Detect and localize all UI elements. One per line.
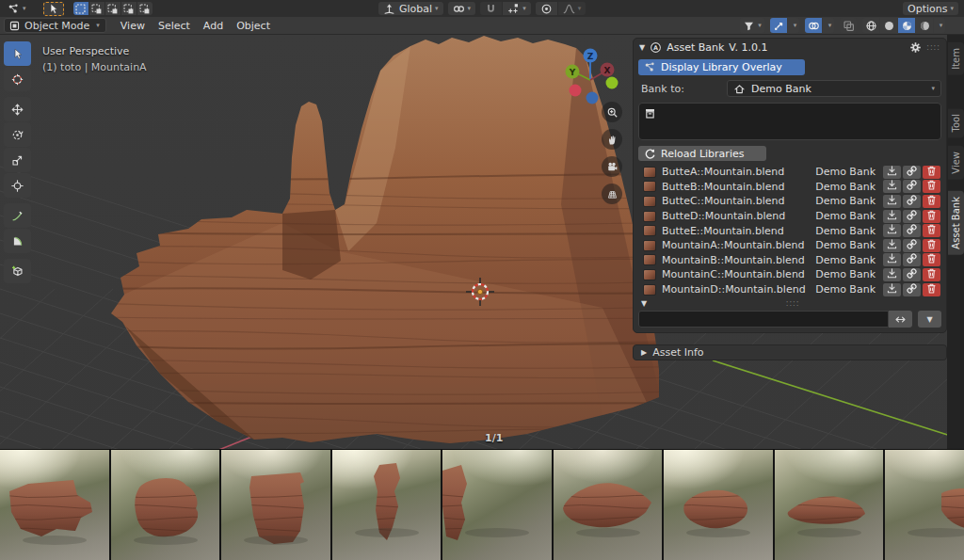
pivot-point-dropdown[interactable]: ▾ [448, 2, 476, 15]
snap-target-dropdown[interactable]: ▾ [503, 2, 531, 15]
select-box-tool-button[interactable] [4, 41, 31, 66]
asset-row[interactable]: ButteE::Mountain.blendDemo Bank [635, 223, 944, 238]
asset-thumbnail-tile[interactable] [221, 450, 330, 560]
annotate-tool-button[interactable] [4, 203, 31, 228]
import-asset-button[interactable] [883, 239, 901, 252]
delete-asset-button[interactable] [923, 268, 940, 281]
viewport-pan-button[interactable] [602, 129, 622, 150]
show-gizmo-button[interactable] [770, 18, 787, 33]
asset-row[interactable]: ButteD::Mountain.blendDemo Bank [635, 209, 944, 224]
shading-wireframe-button[interactable] [862, 18, 879, 33]
asset-search-input[interactable] [638, 311, 889, 328]
import-asset-button[interactable] [883, 253, 901, 266]
asset-row[interactable]: MountainA::Mountain.blendDemo Bank [635, 238, 944, 253]
navigation-gizmo[interactable]: Z Y X [560, 42, 622, 104]
asset-thumbnail-tile[interactable] [554, 450, 663, 560]
link-asset-button[interactable] [903, 195, 921, 208]
cursor-tool-button[interactable] [4, 67, 31, 91]
link-asset-button[interactable] [903, 283, 921, 296]
sidebar-tab-asset-bank[interactable]: Asset Bank [948, 191, 964, 255]
link-asset-button[interactable] [903, 166, 921, 179]
proportional-editing-button[interactable] [536, 2, 557, 15]
active-tool-button[interactable] [43, 2, 64, 16]
move-tool-button[interactable] [4, 97, 31, 121]
options-dropdown[interactable]: Options ▾ [903, 2, 958, 15]
delete-asset-button[interactable] [923, 180, 940, 193]
add-cube-tool-button[interactable] [4, 259, 31, 283]
list-grip-handle[interactable]: :::: [786, 299, 800, 308]
asset-thumbnail-tile[interactable] [442, 450, 552, 560]
link-asset-button[interactable] [903, 210, 921, 223]
import-asset-button[interactable] [883, 195, 901, 208]
link-asset-button[interactable] [903, 239, 921, 252]
sidebar-tab-tool[interactable]: Tool [948, 108, 964, 137]
panel-grip-handle[interactable]: :::: [926, 43, 940, 52]
viewport-camera-button[interactable] [602, 156, 622, 177]
show-overlays-button[interactable] [805, 18, 822, 33]
bank-select-dropdown[interactable]: Demo Bank ▾ [727, 80, 941, 97]
delete-asset-button[interactable] [923, 166, 940, 179]
filter-collapse-icon[interactable]: ▼ [641, 299, 647, 308]
menu-object[interactable]: Object [230, 18, 277, 34]
asset-thumbnail-tile[interactable] [664, 450, 773, 560]
import-asset-button[interactable] [883, 224, 901, 237]
viewport-3d[interactable]: User Perspective (1) toto | MountainA Z … [0, 35, 964, 449]
transform-tool-button[interactable] [4, 173, 31, 198]
reload-libraries-button[interactable]: Reload Libraries [638, 146, 766, 161]
select-mode-intersect-button[interactable] [137, 2, 153, 15]
delete-asset-button[interactable] [923, 253, 940, 266]
viewport-perspective-button[interactable] [602, 184, 622, 204]
shading-material-button[interactable] [898, 18, 915, 33]
link-asset-button[interactable] [903, 268, 921, 281]
menu-select[interactable]: Select [152, 18, 197, 34]
gizmo-options-dropdown[interactable]: ▾ [788, 18, 799, 33]
asset-row[interactable]: MountainB::Mountain.blendDemo Bank [635, 253, 944, 268]
select-mode-set-button[interactable] [73, 2, 88, 15]
asset-thumbnail-tile[interactable] [775, 450, 884, 560]
delete-asset-button[interactable] [923, 239, 940, 252]
asset-row[interactable]: ButteB::Mountain.blendDemo Bank [635, 180, 944, 195]
link-asset-button[interactable] [903, 253, 921, 266]
select-mode-extend-button[interactable] [89, 2, 104, 15]
scale-tool-button[interactable] [4, 148, 31, 172]
select-mode-invert-button[interactable] [121, 2, 137, 15]
import-asset-button[interactable] [883, 283, 901, 296]
import-asset-button[interactable] [883, 166, 901, 179]
measure-tool-button[interactable] [4, 229, 31, 253]
display-library-overlay-button[interactable]: Display Library Overlay [638, 59, 805, 75]
shading-solid-button[interactable] [880, 18, 897, 33]
gear-icon[interactable] [909, 41, 922, 54]
asset-thumbnail-tile[interactable] [885, 450, 964, 560]
delete-asset-button[interactable] [923, 224, 940, 237]
filter-invert-button[interactable] [889, 311, 912, 328]
shading-rendered-button[interactable] [916, 18, 933, 33]
collapse-triangle-icon[interactable]: ▼ [639, 43, 645, 52]
asset-row[interactable]: ButteA::Mountain.blendDemo Bank [635, 165, 944, 180]
rotate-tool-button[interactable] [4, 122, 31, 147]
select-mode-subtract-button[interactable] [105, 2, 120, 15]
menu-add[interactable]: Add [197, 18, 230, 34]
mode-select-dropdown[interactable]: Object Mode ▾ [4, 18, 106, 33]
asset-info-panel-header[interactable]: ▶ Asset Info [633, 344, 947, 360]
import-asset-button[interactable] [883, 180, 901, 193]
delete-asset-button[interactable] [923, 195, 940, 208]
menu-view[interactable]: View [114, 18, 152, 34]
delete-asset-button[interactable] [923, 283, 940, 296]
xray-toggle-button[interactable] [840, 18, 857, 33]
falloff-curve-dropdown[interactable]: ▾ [558, 2, 586, 15]
viewport-zoom-button[interactable] [602, 102, 622, 122]
delete-asset-button[interactable] [923, 210, 940, 223]
overlay-options-dropdown[interactable]: ▾ [823, 18, 834, 33]
import-asset-button[interactable] [883, 210, 901, 223]
filter-options-button[interactable]: ▼ [918, 311, 941, 328]
asset-thumbnail-tile[interactable] [111, 450, 220, 560]
transform-orientation-dropdown[interactable]: Global ▾ [378, 2, 443, 15]
asset-thumbnail-tile[interactable] [0, 450, 109, 560]
asset-thumbnail-tile[interactable] [332, 450, 442, 560]
sidebar-tab-item[interactable]: Item [948, 42, 964, 75]
visibility-filter-dropdown[interactable]: ▾ [740, 18, 764, 33]
asset-row[interactable]: MountainC::Mountain.blendDemo Bank [635, 267, 944, 282]
asset-row[interactable]: ButteC::Mountain.blendDemo Bank [635, 194, 944, 209]
snap-toggle-button[interactable] [480, 2, 502, 15]
link-asset-button[interactable] [903, 224, 921, 237]
